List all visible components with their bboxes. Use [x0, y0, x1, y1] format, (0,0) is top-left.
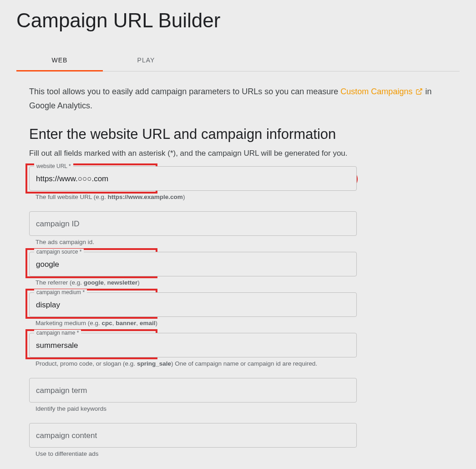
helper-campaign-name: Product, promo code, or slogan (e.g. spr… [35, 360, 460, 367]
input-campaign-medium[interactable] [36, 301, 350, 310]
custom-campaigns-link[interactable]: Custom Campaigns [340, 87, 425, 96]
field-campaign-medium: メディア（必須） campaign medium * [29, 292, 357, 317]
helper-campaign-content: Use to differentiate ads [35, 450, 460, 457]
label-campaign-medium: campaign medium * [34, 289, 87, 296]
input-campaign-source[interactable] [36, 260, 350, 269]
field-campaign-source: 参照元（必須） campaign source * [29, 252, 357, 276]
input-campaign-content[interactable] [36, 431, 350, 440]
input-campaign-term[interactable] [36, 386, 350, 395]
helper-website-url: The full website URL (e.g. https://www.e… [35, 194, 460, 200]
page-title: Campaign URL Builder [16, 9, 460, 32]
field-campaign-id [29, 211, 357, 236]
section-heading: Enter the website URL and campaign infor… [29, 126, 460, 143]
svg-line-0 [419, 89, 422, 92]
field-website-url: WebサイトのURL（必須） website URL * [29, 166, 357, 191]
helper-campaign-term: Identify the paid keywords [35, 405, 460, 412]
label-campaign-name: campaign name * [34, 330, 81, 336]
helper-campaign-id: The ads campaign id. [35, 239, 460, 245]
label-campaign-source: campaign source * [34, 249, 84, 255]
label-website-url: website URL * [34, 163, 73, 169]
external-link-icon [415, 86, 423, 99]
helper-campaign-medium: Marketing medium (e.g. cpc, banner, emai… [35, 320, 460, 326]
intro-pre: This tool allows you to easily add campa… [29, 87, 340, 96]
intro-text: This tool allows you to easily add campa… [29, 85, 460, 112]
field-campaign-term: キーワード（任意） [29, 378, 357, 403]
input-campaign-id[interactable] [36, 219, 350, 229]
tab-web[interactable]: WEB [16, 50, 103, 71]
helper-campaign-source: The referrer (e.g. google, newsletter) [35, 279, 460, 286]
input-campaign-name[interactable] [36, 341, 350, 350]
field-campaign-name: キャンペーン（必須） campaign name * [29, 333, 357, 357]
tab-play[interactable]: PLAY [103, 50, 189, 71]
subinstruction: Fill out all fields marked with an aster… [29, 149, 460, 158]
tabs: WEB PLAY [16, 50, 460, 71]
input-website-url[interactable] [36, 174, 350, 184]
field-campaign-content: 広告コンテンツ（任意） [29, 423, 357, 448]
